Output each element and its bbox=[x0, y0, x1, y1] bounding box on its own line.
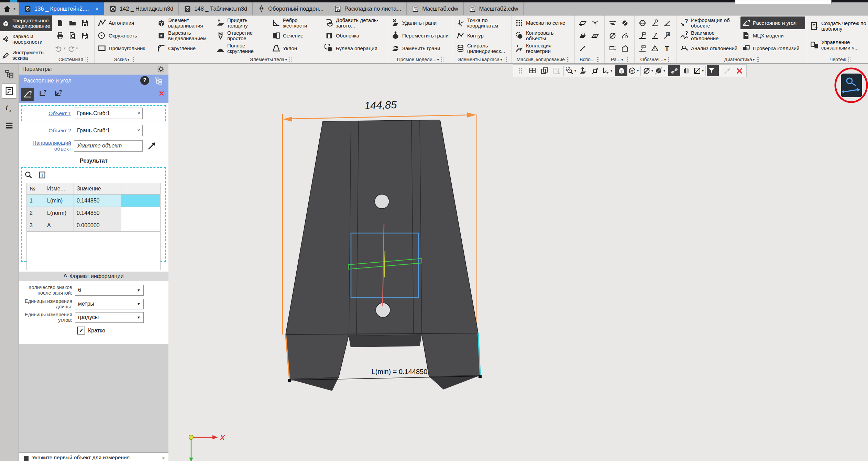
format-section-header[interactable]: ^ Формат информации bbox=[19, 272, 168, 281]
ribbon-geom-collection-button[interactable]: Коллекция геометрии bbox=[514, 42, 573, 55]
ribbon-collision-check-button[interactable]: Проверка коллизий bbox=[740, 42, 805, 55]
ribbon-save-as-button[interactable] bbox=[79, 29, 91, 42]
ribbon-plane-offset-button[interactable] bbox=[576, 17, 589, 29]
ribbon-group-label[interactable]: Ра...▾ bbox=[605, 56, 634, 63]
ribbon-point-xyz-button[interactable]: Точка по координатам bbox=[455, 17, 510, 29]
ribbon-replace-face-button[interactable]: Заменить грани bbox=[390, 42, 451, 55]
direction-arrow-icon[interactable] bbox=[147, 141, 157, 151]
mode-surface-diamonds[interactable]: Каркас и поверхности bbox=[0, 31, 52, 47]
ribbon-delete-face-button[interactable]: Удалить грани bbox=[390, 17, 451, 29]
ribbon-redo-button[interactable]: ▾ bbox=[66, 42, 79, 55]
search-input[interactable] bbox=[735, 0, 832, 4]
document-tab[interactable]: 136 _ Кронштейн2....× bbox=[19, 2, 104, 15]
ribbon-group-label[interactable]: Обознач...▾ bbox=[635, 56, 677, 63]
ribbon-helix-button[interactable]: Спираль цилиндрическ... bbox=[455, 42, 510, 55]
ribbon-rib-button[interactable]: Ребро жесткости bbox=[271, 17, 322, 29]
measure-length-object-button[interactable]: ? bbox=[36, 88, 50, 101]
ribbon-group-label[interactable]: Элементы каркаса▾ bbox=[453, 56, 512, 63]
group-grip-icon[interactable] bbox=[668, 57, 671, 62]
ribbon-open-doc-button[interactable] bbox=[66, 17, 79, 29]
ribbon-dim-linear-button[interactable] bbox=[606, 17, 619, 29]
view-section-view-button[interactable]: ▾ bbox=[692, 65, 704, 76]
ribbon-circle-button[interactable]: Окружность bbox=[96, 29, 152, 42]
ribbon-group-label[interactable]: Эскиз▾ bbox=[95, 56, 154, 63]
ribbon-dim-box-button[interactable] bbox=[606, 42, 619, 55]
hint-buttons[interactable] bbox=[841, 74, 862, 97]
object2-link[interactable]: Объект 2 bbox=[22, 128, 74, 133]
ribbon-ann-thread-button[interactable] bbox=[636, 17, 649, 29]
ribbon-group-label[interactable]: Диагностика▾ bbox=[677, 56, 807, 63]
ribbon-linked-documents-button[interactable]: Управление связанными ч... bbox=[809, 36, 868, 55]
ribbon-ann-letter-button[interactable]: A bbox=[661, 29, 673, 42]
ribbon-thicken-button[interactable]: Придать толщину bbox=[215, 17, 269, 29]
zoom-result-button[interactable] bbox=[23, 169, 34, 180]
doc-tree-tab[interactable] bbox=[2, 66, 17, 81]
view-insert-fragment-button[interactable] bbox=[550, 65, 562, 76]
info-result-button[interactable]: i bbox=[37, 169, 48, 180]
ribbon-hole-simple-button[interactable]: Отверстие простое bbox=[215, 29, 269, 42]
table-row-selected[interactable]: 1 L(min) 0.144850 bbox=[26, 195, 161, 207]
model-canvas[interactable]: 144,85 L(min) = 0.144850 X bbox=[168, 64, 868, 461]
tab-close-icon[interactable]: × bbox=[96, 6, 99, 12]
group-grip-icon[interactable] bbox=[441, 57, 444, 62]
view-shaded-cube-button[interactable] bbox=[615, 65, 627, 76]
view-hide-all-button[interactable]: ▾ bbox=[654, 65, 666, 76]
guide-object-link[interactable]: Направляющий объект bbox=[22, 140, 74, 152]
ribbon-group-label[interactable]: Вспо... bbox=[575, 56, 604, 63]
app-home-button[interactable]: ▾ bbox=[0, 2, 19, 15]
view-close-red-button[interactable] bbox=[733, 65, 745, 76]
ribbon-extrude-button[interactable]: Элемент выдавливания bbox=[156, 17, 213, 29]
ribbon-boolean-button[interactable]: Булева операция bbox=[323, 42, 386, 55]
ribbon-deviation-analysis-button[interactable]: Анализ отклонений bbox=[679, 42, 739, 55]
ribbon-dim-diameter-button[interactable] bbox=[619, 17, 631, 29]
ribbon-ann-text-button[interactable]: T bbox=[661, 42, 673, 55]
group-grip-icon[interactable] bbox=[504, 57, 507, 62]
measure-area-button[interactable]: ? bbox=[52, 88, 65, 101]
object1-input[interactable]: Грань.Сгиб:1 × bbox=[74, 108, 143, 119]
ribbon-info-object-button[interactable]: ?Информация об объекте bbox=[679, 17, 739, 29]
document-tab[interactable]: Раскладка по листа... bbox=[329, 2, 407, 15]
clear-object2-icon[interactable]: × bbox=[137, 127, 140, 133]
ribbon-section-body-button[interactable]: Сечение bbox=[271, 29, 322, 42]
mode-solid-cube[interactable]: Твердотельное моделирование bbox=[0, 15, 52, 31]
view-wireframe-cube-button[interactable]: ▾ bbox=[627, 65, 639, 76]
ribbon-new-doc-button[interactable] bbox=[54, 17, 66, 29]
length-units-select[interactable]: метры▼ bbox=[75, 299, 144, 309]
view-eyedropper-button[interactable] bbox=[721, 65, 733, 76]
menu-tab[interactable] bbox=[2, 118, 17, 133]
ribbon-point-axes-button[interactable] bbox=[589, 17, 601, 29]
ribbon-move-face-button[interactable]: Переместить грани bbox=[390, 29, 451, 42]
ribbon-print-button[interactable] bbox=[54, 29, 66, 42]
ribbon-mass-properties-button[interactable]: МЦХ модели bbox=[740, 29, 805, 42]
brief-checkbox[interactable]: ✓ Кратко bbox=[77, 327, 105, 334]
tree-icon[interactable] bbox=[154, 76, 163, 86]
group-grip-icon[interactable] bbox=[625, 57, 628, 62]
document-tab[interactable]: Масштаб.cdw bbox=[407, 2, 464, 15]
document-tab[interactable]: 142 _ Накладка.m3d bbox=[104, 2, 179, 15]
ribbon-draft-button[interactable]: Уклон bbox=[271, 42, 322, 55]
measure-distance-angle-button[interactable]: ? bbox=[21, 88, 34, 101]
ribbon-array-grid-button[interactable]: Массив по сетке bbox=[514, 17, 573, 29]
ribbon-dim-radius-button[interactable]: R bbox=[619, 29, 631, 42]
ribbon-full-fillet-button[interactable]: Полное скругление bbox=[215, 42, 269, 55]
ribbon-ann-base-button[interactable] bbox=[636, 29, 649, 42]
ribbon-preview-button[interactable] bbox=[66, 29, 79, 42]
ribbon-fillet-button[interactable]: Скругление bbox=[156, 42, 213, 55]
ribbon-plane-proj-button[interactable] bbox=[589, 29, 601, 42]
guide-object-input[interactable]: Укажите объект bbox=[74, 140, 143, 152]
ribbon-mutual-deviation-button[interactable]: ?Взаимное отклонение bbox=[679, 29, 739, 42]
object1-link[interactable]: Объект 1 bbox=[22, 110, 74, 116]
help-button[interactable]: ? bbox=[140, 76, 149, 85]
ribbon-undo-button[interactable]: ▾ bbox=[54, 42, 66, 55]
ribbon-save-doc-button[interactable] bbox=[79, 17, 91, 29]
view-zoom-area-button[interactable]: ▾ bbox=[565, 65, 577, 76]
ribbon-ann-warn-button[interactable] bbox=[649, 42, 661, 55]
status-close-icon[interactable]: × bbox=[162, 455, 165, 461]
ribbon-rectangle-button[interactable]: Прямоугольник bbox=[96, 42, 152, 55]
ribbon-add-part-button[interactable]: Добавить деталь-загото... bbox=[323, 17, 386, 29]
view-orient-axes-button[interactable]: ▾ bbox=[601, 65, 613, 76]
hole-top[interactable] bbox=[375, 194, 389, 209]
group-grip-icon[interactable] bbox=[757, 57, 759, 62]
group-grip-icon[interactable] bbox=[597, 57, 600, 62]
angle-units-select[interactable]: градусы▼ bbox=[75, 312, 144, 323]
